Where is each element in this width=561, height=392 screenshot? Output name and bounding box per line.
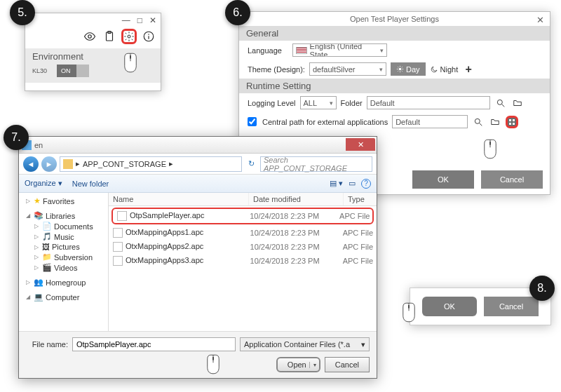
folder-label: Folder — [341, 99, 363, 107]
svg-point-6 — [148, 34, 149, 35]
flag-us-icon — [296, 47, 307, 54]
search-icon[interactable] — [472, 116, 485, 128]
ok-button[interactable]: OK — [412, 170, 474, 189]
nav-forward-button[interactable]: ► — [41, 156, 57, 172]
tree-documents[interactable]: ▷📄Documents — [20, 221, 107, 231]
cancel-button[interactable]: Cancel — [481, 170, 543, 189]
mouse-cursor-icon — [401, 302, 417, 323]
svg-point-20 — [475, 119, 480, 123]
minimize-icon[interactable]: — — [122, 15, 130, 25]
env-toggle[interactable]: ON — [57, 65, 89, 77]
tree-libraries[interactable]: ◢📚Libraries — [20, 210, 107, 221]
step-badge-7: 7. — [4, 125, 29, 150]
mouse-cursor-icon — [482, 139, 498, 160]
help-icon[interactable]: ? — [361, 179, 371, 189]
svg-rect-24 — [509, 123, 511, 125]
tree-music[interactable]: ▷🎵Music — [20, 231, 107, 242]
central-path-label: Central path for external applications — [262, 118, 388, 126]
new-folder-button[interactable]: New folder — [72, 180, 109, 188]
svg-rect-31 — [408, 305, 410, 309]
folder-field[interactable]: Default — [367, 96, 490, 109]
nav-tree: ▷★Favorites ◢📚Libraries ▷📄Documents ▷🎵Mu… — [19, 193, 109, 331]
tree-subversion[interactable]: ▷📁Subversion — [20, 252, 107, 262]
window-controls: — □ ✕ — [25, 13, 161, 27]
svg-line-19 — [501, 104, 504, 107]
panel-step5: — □ ✕ Environment KL30 ON — [25, 13, 161, 91]
theme-dropdown[interactable]: defaultSilver▾ — [309, 62, 386, 76]
mouse-cursor-icon — [205, 354, 221, 375]
ok-button[interactable]: OK — [422, 297, 477, 316]
file-row[interactable]: OtpSamplePlayer.apc 10/24/2018 2:23 PM A… — [111, 208, 374, 224]
tree-videos[interactable]: ▷🎬Videos — [20, 262, 107, 273]
loglevel-dropdown[interactable]: ALL▾ — [300, 96, 337, 109]
maximize-icon[interactable]: □ — [137, 15, 142, 25]
filename-input[interactable] — [72, 337, 236, 351]
svg-rect-25 — [513, 123, 515, 125]
moon-icon — [430, 65, 438, 74]
loglevel-label: Logging Level — [248, 99, 296, 107]
filetype-dropdown[interactable]: Application Container Files (*.a▾ — [240, 337, 370, 351]
step-badge-8: 8. — [529, 276, 555, 301]
plus-icon[interactable]: + — [462, 63, 475, 76]
tree-computer[interactable]: ◢💻Computer — [20, 292, 107, 302]
mouse-cursor-icon — [123, 53, 138, 74]
address-bar[interactable]: ▸ APP_CONT_STORAGE ▸ — [60, 156, 242, 172]
env-item-label: KL30 — [32, 67, 47, 74]
svg-rect-8 — [130, 55, 131, 59]
group-general: General — [239, 26, 550, 41]
language-dropdown[interactable]: English (United State ▾ — [292, 43, 387, 57]
svg-line-16 — [398, 71, 398, 72]
organize-menu[interactable]: Organize ▾ — [25, 179, 62, 188]
file-open-dialog: en ✕ ◄ ► ▸ APP_CONT_STORAGE ▸ ↻ Search A… — [18, 136, 377, 379]
dialog-title: Open Test Player Settings — [350, 15, 439, 23]
settings-gear-icon[interactable] — [121, 29, 137, 44]
preview-pane-icon[interactable]: ▭ — [349, 179, 356, 189]
svg-line-15 — [402, 71, 403, 72]
cancel-button[interactable]: Cancel — [484, 297, 539, 316]
theme-day-button[interactable]: Day — [391, 62, 426, 76]
group-runtime: Runtime Setting — [239, 79, 550, 93]
close-icon[interactable]: ✕ — [536, 15, 544, 25]
view-options-icon[interactable]: ▤ ▾ — [330, 179, 343, 189]
svg-point-18 — [497, 100, 502, 104]
folder-icon[interactable] — [489, 116, 501, 128]
close-icon[interactable]: ✕ — [149, 15, 156, 25]
browse-apps-button[interactable] — [506, 116, 518, 128]
step-badge-5: 5. — [10, 0, 35, 25]
file-row[interactable]: OtxMappingApps1.apc 10/24/2018 2:23 PM A… — [109, 226, 377, 240]
open-button[interactable]: Open▾ — [276, 357, 320, 372]
svg-rect-22 — [509, 119, 511, 121]
svg-point-9 — [399, 68, 402, 71]
info-icon[interactable] — [141, 29, 156, 44]
theme-label: Theme (Design): — [248, 65, 305, 74]
file-list: Name Date modified Type OtpSamplePlayer.… — [109, 193, 377, 331]
tree-pictures[interactable]: ▷🖼Pictures — [20, 242, 107, 252]
nav-back-button[interactable]: ◄ — [23, 156, 39, 172]
file-list-header[interactable]: Name Date modified Type — [109, 193, 377, 206]
filename-label: File name: — [26, 340, 68, 349]
folder-icon — [63, 159, 73, 169]
central-path-checkbox[interactable] — [248, 117, 257, 126]
svg-line-14 — [398, 67, 398, 67]
svg-rect-27 — [489, 142, 491, 145]
tree-favorites[interactable]: ▷★Favorites — [20, 196, 107, 206]
clipboard-icon[interactable] — [102, 29, 117, 44]
search-input[interactable]: Search APP_CONT_STORAGE — [260, 156, 372, 172]
svg-line-21 — [480, 123, 482, 126]
refresh-icon[interactable]: ↻ — [245, 159, 257, 168]
dialog-title: en — [34, 141, 43, 149]
cancel-button[interactable]: Cancel — [325, 357, 370, 372]
file-row[interactable]: OtxMappingApps3.apc 10/24/2018 2:23 PM A… — [109, 254, 377, 268]
folder-icon[interactable] — [511, 97, 524, 109]
search-icon[interactable] — [494, 97, 507, 109]
svg-point-0 — [88, 35, 92, 39]
close-icon[interactable]: ✕ — [346, 138, 375, 151]
svg-point-3 — [128, 35, 130, 38]
eye-icon[interactable] — [82, 29, 97, 44]
file-row[interactable]: OtxMappingApps2.apc 10/24/2018 2:23 PM A… — [109, 240, 377, 254]
central-path-field[interactable]: Default — [392, 115, 468, 128]
svg-line-17 — [402, 67, 403, 67]
tree-homegroup[interactable]: ▷👥Homegroup — [20, 277, 107, 288]
language-label: Language — [248, 46, 288, 55]
theme-night-label[interactable]: Night — [440, 65, 459, 74]
